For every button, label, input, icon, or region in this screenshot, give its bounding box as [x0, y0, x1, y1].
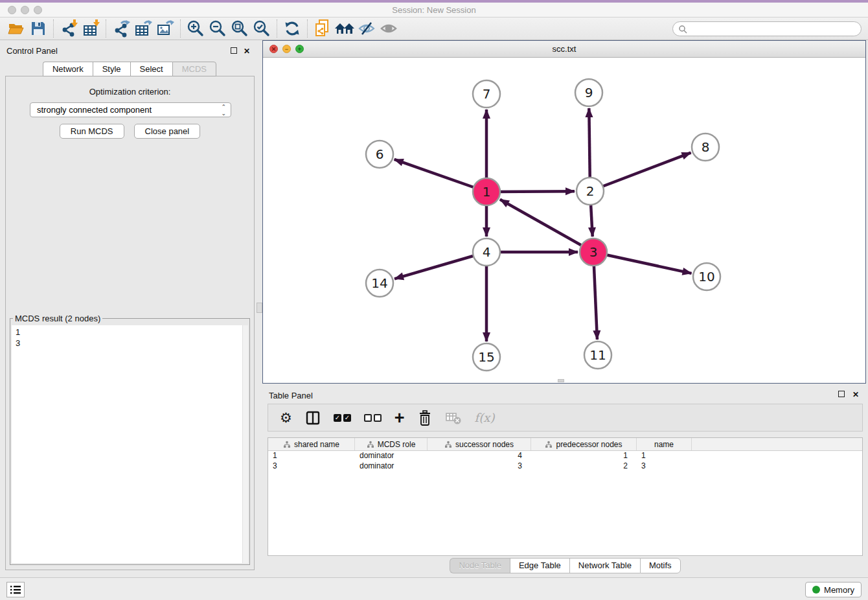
close-table-panel-icon[interactable]: ✕ — [852, 390, 859, 399]
graph-edge-2-8[interactable] — [590, 153, 691, 191]
graph-node-8[interactable]: 8 — [692, 133, 719, 161]
dropdown-stepper-icon: ⌃⌄ — [221, 104, 226, 117]
network-window-titlebar[interactable]: ✕ − + scc.txt — [263, 41, 865, 58]
network-view-window: ✕ − + scc.txt 7968124314101511 — [262, 40, 866, 384]
zoom-in-icon[interactable] — [185, 19, 207, 38]
delete-column-trash-icon[interactable] — [418, 410, 432, 426]
task-history-button[interactable] — [6, 582, 25, 597]
import-table-icon[interactable] — [80, 19, 102, 38]
graph-node-11[interactable]: 11 — [584, 341, 611, 369]
float-table-panel-icon[interactable] — [838, 390, 845, 399]
memory-label: Memory — [824, 585, 854, 595]
zoom-out-icon[interactable] — [207, 19, 229, 38]
show-columns-icon[interactable] — [305, 410, 321, 426]
show-panel-eye-icon[interactable] — [378, 19, 400, 38]
toolbar-separator — [180, 19, 181, 38]
graph-node-7[interactable]: 7 — [473, 80, 500, 108]
deselect-all-icon[interactable] — [364, 414, 382, 422]
column-header-shared-name[interactable]: shared name — [268, 438, 355, 450]
graph-node-4[interactable]: 4 — [473, 238, 500, 266]
search-input[interactable] — [672, 21, 862, 36]
graph-edge-3-1[interactable] — [500, 200, 593, 252]
graph-node-14[interactable]: 14 — [366, 270, 393, 297]
graph-node-3[interactable]: 3 — [580, 238, 607, 266]
window-title: Session: New Session — [0, 3, 868, 17]
svg-text:15: 15 — [478, 349, 494, 365]
graph-svg: 7968124314101511 — [263, 58, 865, 383]
svg-text:11: 11 — [589, 347, 606, 363]
home-view-icon[interactable] — [334, 19, 356, 38]
mcds-result-group: MCDS result (2 nodes) 1 3 — [10, 318, 250, 565]
tab-select[interactable]: Select — [130, 62, 172, 76]
graph-node-2[interactable]: 2 — [577, 178, 604, 205]
control-panel-title: Control Panel — [6, 46, 58, 56]
export-network-icon[interactable] — [110, 19, 132, 38]
column-header-mcds-role[interactable]: MCDS role — [355, 438, 428, 450]
export-image-icon[interactable] — [154, 19, 176, 38]
svg-text:7: 7 — [483, 86, 491, 102]
graph-edge-1-6[interactable] — [394, 159, 486, 192]
add-column-icon[interactable]: + — [394, 411, 405, 424]
flow-column-icon — [545, 441, 553, 448]
memory-button[interactable]: Memory — [805, 582, 862, 597]
tab-edge-table[interactable]: Edge Table — [510, 558, 569, 573]
graph-node-1[interactable]: 1 — [473, 178, 500, 205]
graph-node-9[interactable]: 9 — [575, 79, 602, 106]
close-panel-button[interactable]: Close panel — [134, 124, 201, 139]
table-panel-tabs: Node Table Edge Table Network Table Moti… — [262, 558, 868, 573]
svg-text:6: 6 — [376, 146, 384, 162]
table-settings-gear-icon[interactable]: ⚙ — [280, 410, 292, 426]
svg-text:3: 3 — [589, 244, 598, 260]
tab-motifs[interactable]: Motifs — [640, 558, 681, 573]
table-panel: Table Panel ✕ ⚙ ✓✓ + f(x) shared name MC… — [262, 386, 868, 575]
result-scrollbar[interactable] — [242, 325, 248, 563]
control-panel-tabs: Network Style Select MCDS — [0, 62, 259, 76]
column-header-name[interactable]: name — [637, 438, 692, 450]
column-header-successor-nodes[interactable]: successor nodes — [428, 438, 531, 450]
tab-node-table[interactable]: Node Table — [450, 558, 510, 573]
titlebar: Session: New Session — [0, 3, 868, 17]
clone-network-icon[interactable] — [312, 19, 334, 38]
zoom-fit-icon[interactable] — [229, 19, 251, 38]
memory-status-icon — [812, 586, 820, 594]
node-table: shared name MCDS role successor nodes pr… — [268, 437, 863, 556]
toolbar-separator — [106, 19, 106, 38]
graph-node-6[interactable]: 6 — [366, 141, 393, 168]
hide-panel-eye-slash-icon[interactable] — [356, 19, 378, 38]
tab-network-table[interactable]: Network Table — [569, 558, 640, 573]
zoom-selected-icon[interactable] — [251, 19, 273, 38]
tab-mcds[interactable]: MCDS — [172, 62, 216, 76]
save-icon[interactable] — [27, 19, 49, 38]
toolbar-separator — [53, 19, 54, 38]
graph-node-10[interactable]: 10 — [693, 263, 720, 290]
delete-table-icon-disabled — [445, 411, 462, 425]
svg-text:4: 4 — [483, 244, 491, 260]
export-table-icon[interactable] — [132, 19, 154, 38]
criterion-dropdown[interactable]: strongly connected component ⌃⌄ — [30, 102, 231, 117]
refresh-icon[interactable] — [281, 19, 303, 38]
select-all-icon[interactable]: ✓✓ — [334, 414, 351, 422]
network-window-title: scc.txt — [263, 41, 865, 58]
graph-edge-3-10[interactable] — [593, 252, 692, 273]
main-toolbar — [0, 17, 868, 40]
table-row[interactable]: 1 dominator 4 1 1 — [268, 451, 862, 461]
open-folder-icon[interactable] — [5, 19, 27, 38]
column-header-predecessor-nodes[interactable]: predecessor nodes — [531, 438, 637, 450]
close-panel-icon[interactable]: ✕ — [244, 47, 250, 56]
import-network-icon[interactable] — [58, 19, 80, 38]
svg-text:14: 14 — [371, 275, 387, 291]
table-row[interactable]: 3 dominator 3 2 3 — [268, 461, 862, 472]
table-panel-title: Table Panel — [269, 391, 313, 400]
svg-text:8: 8 — [702, 139, 710, 155]
tab-network[interactable]: Network — [43, 62, 93, 76]
run-mcds-button[interactable]: Run MCDS — [60, 124, 124, 139]
float-panel-icon[interactable] — [231, 47, 237, 56]
flow-column-icon — [367, 441, 374, 448]
canvas-h-scroll-thumb[interactable] — [558, 379, 564, 382]
tab-style[interactable]: Style — [93, 62, 130, 76]
mcds-result-list[interactable]: 1 3 — [12, 325, 248, 563]
network-canvas[interactable]: 7968124314101511 — [263, 58, 865, 383]
graph-node-15[interactable]: 15 — [473, 343, 500, 371]
optimization-criterion-label: Optimization criterion: — [6, 87, 254, 97]
splitter-grip[interactable] — [257, 303, 262, 313]
